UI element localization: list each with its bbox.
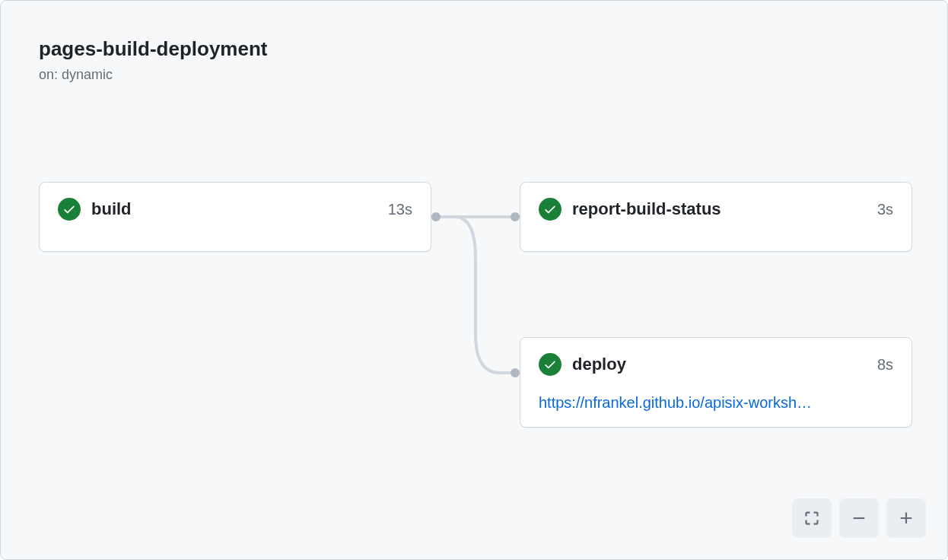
job-duration: 13s xyxy=(388,201,412,218)
connector-dot xyxy=(511,212,520,221)
job-name: deploy xyxy=(572,355,867,374)
zoom-in-button[interactable]: + xyxy=(886,498,926,538)
connector-dot xyxy=(511,368,520,377)
zoom-out-button[interactable]: − xyxy=(839,498,879,538)
workflow-graph-canvas: pages-build-deployment on: dynamic build… xyxy=(0,0,948,560)
job-name: build xyxy=(91,199,377,219)
success-check-icon xyxy=(539,198,561,221)
job-duration: 3s xyxy=(877,201,893,218)
deployment-url-link[interactable]: https://nfrankel.github.io/apisix-worksh… xyxy=(539,394,893,412)
fullscreen-button[interactable] xyxy=(792,498,832,538)
fullscreen-icon xyxy=(804,511,819,526)
job-node-report-build-status[interactable]: report-build-status 3s xyxy=(520,182,912,252)
success-check-icon xyxy=(539,353,561,376)
job-node-deploy[interactable]: deploy 8s https://nfrankel.github.io/api… xyxy=(520,337,912,428)
minus-icon: − xyxy=(852,507,866,530)
workflow-header: pages-build-deployment on: dynamic xyxy=(39,37,267,83)
plus-icon: + xyxy=(899,507,913,530)
workflow-title: pages-build-deployment xyxy=(39,37,267,61)
connector-lines xyxy=(431,182,520,410)
connector-dot xyxy=(431,212,441,221)
job-node-build[interactable]: build 13s xyxy=(39,182,431,252)
zoom-controls: − + xyxy=(792,498,926,538)
job-name: report-build-status xyxy=(572,199,867,219)
success-check-icon xyxy=(58,198,81,221)
job-duration: 8s xyxy=(877,356,893,374)
workflow-trigger: on: dynamic xyxy=(39,67,267,83)
